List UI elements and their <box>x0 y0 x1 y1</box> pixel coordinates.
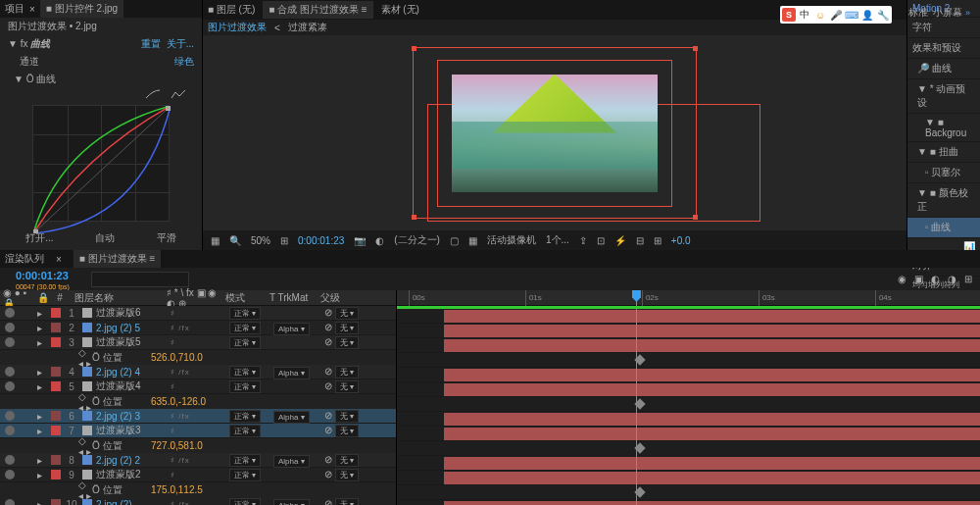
preset-item-5[interactable]: ▼ ■ 颜色校正 <box>907 183 980 218</box>
timeline-layer-row[interactable]: ▸ 1 过渡蒙版6 ♯ 正常 ▾ ⊘ 无 ▾ <box>0 306 396 321</box>
timeline-track[interactable] <box>397 500 980 505</box>
render-queue-tab[interactable]: 渲染队列 <box>5 252 44 266</box>
viewer-canvas[interactable] <box>203 35 906 230</box>
ime-user-icon[interactable]: 👤 <box>860 8 874 22</box>
timeline-layer-row[interactable]: ▸ 4 2.jpg (2) 4 ♯ /fx 正常 ▾ Alpha ▾ ⊘ 无 ▾ <box>0 365 396 379</box>
exposure-value[interactable]: +0.0 <box>671 235 691 246</box>
viewer-controls: ▦ 🔍 50% ⊞ 0:00:01:23 📷 ◐ (二分之一) ▢ ▦ 活动摄像… <box>203 230 906 250</box>
curves-row[interactable]: ▼ Ö 曲线 <box>0 71 202 88</box>
flowchart-icon[interactable]: ⊞ <box>654 235 662 246</box>
comp-link[interactable]: 图片过渡效果 <box>208 21 267 34</box>
effects-presets-panel[interactable]: 效果和预设 <box>907 38 980 59</box>
layer-property-position[interactable]: ◇ ◂ ▸Ö 位置727.0,581.0 <box>0 438 396 453</box>
timeline-tracks-area[interactable]: 00s 01s 02s 03s 04s <box>397 290 980 505</box>
viewer-tab-footage[interactable]: 素材 (无) <box>381 3 419 17</box>
ime-tool-icon[interactable]: 🔧 <box>876 8 890 22</box>
preset-item-1[interactable]: ▼ * 动画预设 <box>907 79 980 114</box>
effect-controls-panel: 项目 × ■ 图片控件 2.jpg 图片过渡效果 • 2.jpg ▼ fx 曲线… <box>0 0 203 250</box>
filter-link[interactable]: 过渡紧凑 <box>288 21 327 34</box>
magnify-icon[interactable]: 🔍 <box>229 235 241 246</box>
timeline-track[interactable] <box>397 368 980 382</box>
viewer-tab-comp[interactable]: ■ 合成 图片过渡效果 ≡ <box>263 1 372 19</box>
roi-icon[interactable]: ▢ <box>450 235 459 246</box>
effect-controls-tab[interactable]: ■ 图片控件 2.jpg <box>40 0 123 18</box>
pixel-icon[interactable]: ⊡ <box>597 235 605 246</box>
timeline-track[interactable] <box>397 471 980 485</box>
timeline-layer-row[interactable]: ▸ 2 2.jpg (2) 5 ♯ /fx 正常 ▾ Alpha ▾ ⊘ 无 ▾ <box>0 321 396 335</box>
svg-rect-2 <box>166 106 171 111</box>
tl-icon-2[interactable]: ▣ <box>914 274 923 284</box>
preset-search[interactable]: 🔎 曲线 <box>907 59 980 79</box>
curves-graph[interactable] <box>32 105 170 222</box>
timeline-track[interactable] <box>397 382 980 397</box>
ime-logo-icon[interactable]: S <box>782 8 796 22</box>
tl-icon-1[interactable]: ◉ <box>898 274 906 284</box>
timeline-track[interactable] <box>397 456 980 471</box>
workspace-tabs[interactable]: 标准 小屏幕 » <box>908 6 970 20</box>
timeline-track[interactable] <box>397 324 980 338</box>
timeline-layer-list: ◉ ● ▪ 🔒 🔒 # 图层名称 ♯ * \ fx ▣ ◉ ◐ ⊕ 模式 T T… <box>0 290 397 505</box>
curve-type-line-icon[interactable] <box>144 88 162 100</box>
preset-item-2[interactable]: ▼ ■ Backgrou <box>907 114 980 142</box>
preset-item-6[interactable]: ▫ 曲线 <box>907 218 980 238</box>
ime-toolbar[interactable]: S 中 ☺ 🎤 ⌨ 👤 🔧 <box>780 6 892 24</box>
panel-tabs: 项目 × ■ 图片控件 2.jpg <box>0 0 202 18</box>
fast-preview-icon[interactable]: ⚡ <box>614 235 626 246</box>
time-ruler[interactable]: 00s 01s 02s 03s 04s <box>397 290 980 306</box>
timeline-layer-row[interactable]: ▸ 3 过渡蒙版5 ♯ 正常 ▾ ⊘ 无 ▾ <box>0 335 396 350</box>
timeline-icon[interactable]: ⊟ <box>636 235 644 246</box>
timeline-columns-header: ◉ ● ▪ 🔒 🔒 # 图层名称 ♯ * \ fx ▣ ◉ ◐ ⊕ 模式 T T… <box>0 290 396 306</box>
time-display[interactable]: 0:00:01:23 <box>298 235 344 246</box>
tl-icon-5[interactable]: ⊞ <box>964 274 972 284</box>
ime-lang[interactable]: 中 <box>798 8 811 22</box>
search-input[interactable] <box>91 272 189 287</box>
playhead[interactable] <box>636 290 637 505</box>
timeline-track[interactable] <box>397 309 980 324</box>
zoom-dropdown[interactable]: 50% <box>251 235 270 246</box>
timeline-layer-row[interactable]: ▸ 8 2.jpg (2) 2 ♯ /fx 正常 ▾ Alpha ▾ ⊘ 无 ▾ <box>0 453 396 468</box>
timeline-panel: 渲染队列 × ■ 图片过渡效果 ≡ 0:00:01:23 00047 (30.0… <box>0 250 980 505</box>
camera-dropdown[interactable]: 活动摄像机 <box>487 233 536 247</box>
share-icon[interactable]: ⇪ <box>579 235 587 246</box>
curve-type-bezier-icon[interactable] <box>170 88 187 100</box>
grid-icon[interactable]: ▦ <box>211 235 220 246</box>
tl-icon-3[interactable]: ◐ <box>931 274 940 284</box>
timeline-layer-row[interactable]: ▸ 9 过渡蒙版2 ♯ 正常 ▾ ⊘ 无 ▾ <box>0 468 396 482</box>
snapshot-icon[interactable]: 📷 <box>354 235 366 246</box>
channel-icon[interactable]: ◐ <box>375 235 384 246</box>
timeline-track[interactable] <box>397 338 980 353</box>
timeline-track[interactable] <box>397 427 980 441</box>
tl-icon-4[interactable]: ◑ <box>948 274 956 284</box>
layer-property-position[interactable]: ◇ ◂ ▸Ö 位置175.0,112.5 <box>0 482 396 497</box>
timeline-layer-row[interactable]: ▸ 5 过渡蒙版4 ♯ 正常 ▾ ⊘ 无 ▾ <box>0 379 396 394</box>
timeline-comp-tab[interactable]: ■ 图片过渡效果 ≡ <box>74 250 161 268</box>
views-dropdown[interactable]: 1个... <box>546 233 569 247</box>
timeline-layer-row[interactable]: ▸ 7 过渡蒙版3 ♯ 正常 ▾ ⊘ 无 ▾ <box>0 424 396 438</box>
timeline-layer-row[interactable]: ▸ 6 2.jpg (2) 3 ♯ /fx 正常 ▾ Alpha ▾ ⊘ 无 ▾ <box>0 409 396 424</box>
effect-preset-row: 图片过渡效果 • 2.jpg <box>0 18 202 35</box>
timeline-layer-row[interactable]: ▸ 10 2.jpg (2) ♯ /fx 正常 ▾ Alpha ▾ ⊘ 无 ▾ <box>0 497 396 505</box>
transparency-icon[interactable]: ▦ <box>468 235 477 246</box>
resolution-dropdown[interactable]: (二分之一) <box>394 233 440 247</box>
current-time[interactable]: 0:00:01:23 <box>8 268 76 283</box>
res-toggle[interactable]: ⊞ <box>280 235 288 246</box>
timeline-track[interactable] <box>397 412 980 427</box>
composition-viewer: ■ 图层 (无) ■ 合成 图片过渡效果 ≡ 素材 (无) 图片过渡效果 < 过… <box>203 0 906 250</box>
preset-item-3[interactable]: ▼ ■ 扭曲 <box>907 142 980 163</box>
composition-preview <box>452 75 658 192</box>
preset-item-4[interactable]: ▫ 贝塞尔 <box>907 163 980 183</box>
ime-keyboard-icon[interactable]: ⌨ <box>845 8 858 22</box>
right-panels: Motion 2 字符 效果和预设 🔎 曲线 ▼ * 动画预设 ▼ ■ Back… <box>906 0 980 250</box>
ime-mic-icon[interactable]: 🎤 <box>829 8 843 22</box>
project-tab[interactable]: 项目 <box>5 2 24 16</box>
svg-rect-1 <box>33 229 38 233</box>
svg-line-0 <box>33 106 171 233</box>
channel-row[interactable]: 通道 绿色 <box>0 53 202 71</box>
viewer-tab-layer[interactable]: ■ 图层 (无) <box>208 3 255 17</box>
character-panel[interactable]: 字符 <box>907 18 980 38</box>
layer-property-position[interactable]: ◇ ◂ ▸Ö 位置635.0,-126.0 <box>0 394 396 409</box>
layer-property-position[interactable]: ◇ ◂ ▸Ö 位置526.0,710.0 <box>0 350 396 365</box>
ime-emoji-icon[interactable]: ☺ <box>813 8 827 22</box>
effect-name-row[interactable]: ▼ fx 曲线 重置 关于... <box>0 35 202 53</box>
